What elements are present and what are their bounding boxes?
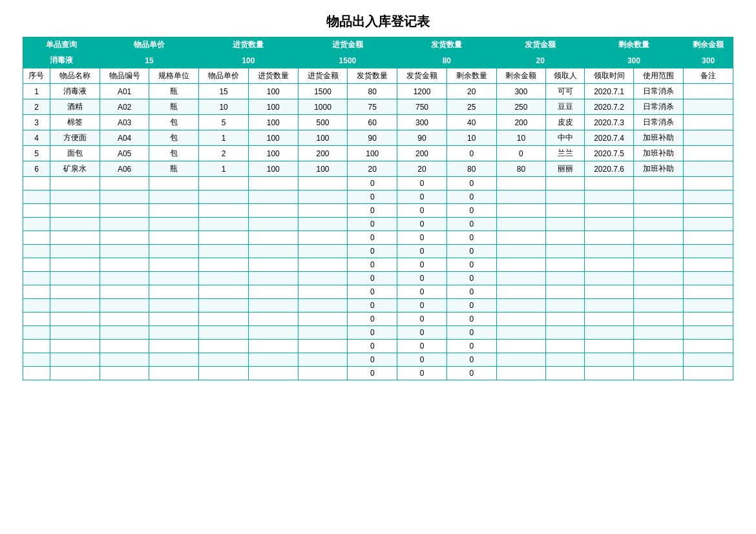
table-cell bbox=[496, 285, 546, 299]
table-cell bbox=[149, 299, 199, 313]
table-cell: 0 bbox=[397, 340, 447, 353]
table-cell bbox=[546, 353, 584, 367]
table-row: 000 bbox=[23, 285, 733, 299]
table-cell: 可可 bbox=[546, 84, 584, 99]
table-cell bbox=[684, 161, 733, 177]
table-cell: 0 bbox=[348, 177, 397, 190]
table-cell bbox=[684, 367, 733, 380]
col-header-6: 进货金额 bbox=[298, 68, 348, 84]
table-cell bbox=[684, 285, 733, 299]
col-header-9: 剩余数量 bbox=[446, 68, 496, 84]
table-cell bbox=[23, 177, 50, 190]
table-cell bbox=[684, 272, 733, 285]
table-cell: 日常消杀 bbox=[634, 99, 684, 115]
table-cell bbox=[684, 299, 733, 313]
table-cell: 75 bbox=[348, 99, 397, 115]
table-cell bbox=[684, 326, 733, 340]
table-cell: 0 bbox=[348, 218, 397, 231]
table-cell bbox=[23, 218, 50, 231]
table-cell: 0 bbox=[397, 245, 447, 258]
summary-value-6: 300 bbox=[584, 53, 683, 68]
table-cell bbox=[23, 245, 50, 258]
table-cell bbox=[149, 218, 199, 231]
col-header-0: 序号 bbox=[23, 68, 50, 84]
table-cell bbox=[298, 218, 348, 231]
table-cell bbox=[684, 204, 733, 218]
table-cell: 500 bbox=[298, 115, 348, 130]
table-cell bbox=[584, 204, 634, 218]
table-cell bbox=[546, 285, 584, 299]
table-cell bbox=[199, 204, 249, 218]
table-cell: 0 bbox=[348, 190, 397, 204]
table-cell bbox=[546, 204, 584, 218]
table-cell bbox=[50, 177, 100, 190]
table-cell bbox=[100, 190, 149, 204]
table-cell: 5 bbox=[199, 115, 249, 130]
table-cell: 0 bbox=[397, 231, 447, 245]
col-header-13: 使用范围 bbox=[634, 68, 684, 84]
summary-value-5: 20 bbox=[496, 53, 584, 68]
table-cell: 消毒液 bbox=[50, 84, 100, 99]
table-cell bbox=[23, 204, 50, 218]
table-cell bbox=[149, 353, 199, 367]
table-cell: 0 bbox=[446, 353, 496, 367]
table-cell bbox=[634, 367, 684, 380]
table-cell: 20 bbox=[397, 161, 447, 177]
table-cell bbox=[634, 340, 684, 353]
table-row: 000 bbox=[23, 340, 733, 353]
table-cell bbox=[50, 367, 100, 380]
table-cell: 0 bbox=[348, 353, 397, 367]
table-row: 000 bbox=[23, 245, 733, 258]
table-cell bbox=[248, 285, 298, 299]
table-cell bbox=[50, 190, 100, 204]
table-cell bbox=[149, 258, 199, 272]
table-cell: 200 bbox=[496, 115, 546, 130]
table-cell bbox=[584, 326, 634, 340]
table-cell: 100 bbox=[248, 146, 298, 161]
table-cell: 面包 bbox=[50, 146, 100, 161]
table-cell bbox=[546, 190, 584, 204]
table-cell: 0 bbox=[397, 177, 447, 190]
table-cell bbox=[546, 218, 584, 231]
main-table: 单品查询 物品单价 进货数量 进货金额 发货数量 发货金额 剩余数量 剩余金额 … bbox=[23, 37, 733, 380]
table-row: 000 bbox=[23, 299, 733, 313]
table-cell bbox=[684, 177, 733, 190]
table-cell bbox=[50, 326, 100, 340]
table-cell bbox=[634, 204, 684, 218]
col-header-8: 发货金额 bbox=[397, 68, 447, 84]
table-cell: 加班补助 bbox=[634, 146, 684, 161]
table-cell: 0 bbox=[397, 353, 447, 367]
table-cell bbox=[546, 231, 584, 245]
table-cell bbox=[149, 272, 199, 285]
table-cell: 2020.7.1 bbox=[584, 84, 634, 99]
table-cell bbox=[496, 218, 546, 231]
table-cell: 包 bbox=[149, 115, 199, 130]
table-cell bbox=[23, 367, 50, 380]
column-header-row: 序号 物品名称 物品编号 规格单位 物品单价 进货数量 进货金额 发货数量 发货… bbox=[23, 68, 733, 84]
table-cell: 0 bbox=[397, 313, 447, 326]
table-cell bbox=[149, 285, 199, 299]
table-cell bbox=[496, 340, 546, 353]
table-cell bbox=[546, 340, 584, 353]
table-cell: 0 bbox=[397, 367, 447, 380]
table-cell bbox=[100, 353, 149, 367]
col-header-7: 发货数量 bbox=[348, 68, 397, 84]
table-cell: 0 bbox=[446, 299, 496, 313]
col-header-11: 领取人 bbox=[546, 68, 584, 84]
table-cell: 1200 bbox=[397, 84, 447, 99]
table-cell: 80 bbox=[446, 161, 496, 177]
table-cell bbox=[584, 177, 634, 190]
table-cell: 0 bbox=[446, 204, 496, 218]
table-cell bbox=[496, 367, 546, 380]
table-cell bbox=[50, 218, 100, 231]
table-cell: 0 bbox=[397, 326, 447, 340]
table-cell bbox=[23, 353, 50, 367]
table-cell bbox=[298, 258, 348, 272]
summary-header-5: 发货金额 bbox=[496, 37, 584, 53]
table-cell: 0 bbox=[348, 258, 397, 272]
table-cell bbox=[634, 177, 684, 190]
table-cell: 90 bbox=[397, 130, 447, 146]
table-cell: 100 bbox=[248, 130, 298, 146]
table-row: 000 bbox=[23, 353, 733, 367]
table-cell: 1 bbox=[23, 84, 50, 99]
